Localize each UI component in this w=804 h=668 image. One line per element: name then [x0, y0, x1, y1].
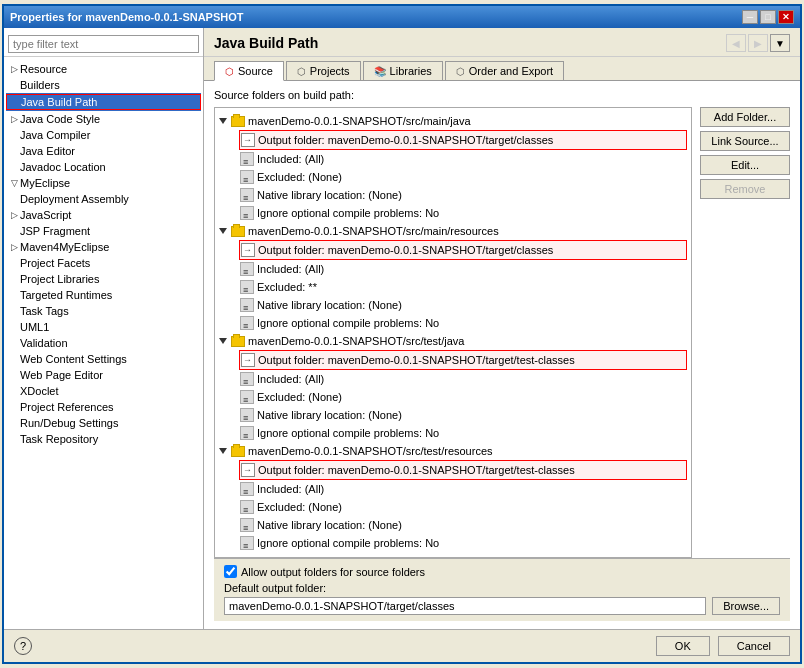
output-folder-4-label: Output folder: mavenDemo-0.0.1-SNAPSHOT/… [258, 461, 575, 479]
expand-resource[interactable]: ▷ [8, 63, 20, 75]
remove-button[interactable]: Remove [700, 179, 790, 199]
sidebar-item-builders[interactable]: Builders [6, 77, 201, 93]
sidebar-item-task-repository[interactable]: Task Repository [6, 431, 201, 447]
ok-button[interactable]: OK [656, 636, 710, 656]
source-folders-label: Source folders on build path: [214, 89, 790, 101]
sidebar-item-resource[interactable]: ▷ Resource [6, 61, 201, 77]
output-folder-3[interactable]: Output folder: mavenDemo-0.0.1-SNAPSHOT/… [239, 350, 687, 370]
prop-icon-inc3 [240, 372, 254, 386]
tree-node-src-main-resources[interactable]: mavenDemo-0.0.1-SNAPSHOT/src/main/resour… [219, 222, 687, 332]
tab-order-export[interactable]: ⬡ Order and Export [445, 61, 564, 80]
main-content: Java Build Path ◀ ▶ ▼ ⬡ Source ⬡ Project… [204, 28, 800, 629]
tab-source[interactable]: ⬡ Source [214, 61, 284, 81]
sidebar-item-run-debug[interactable]: Run/Debug Settings [6, 415, 201, 431]
tree-node-src-main-java[interactable]: mavenDemo-0.0.1-SNAPSHOT/src/main/java O… [219, 112, 687, 222]
sidebar-item-web-content-settings[interactable]: Web Content Settings [6, 351, 201, 367]
default-output-input[interactable] [224, 597, 706, 615]
allow-output-checkbox[interactable] [224, 565, 237, 578]
prop-icon-exc2 [240, 280, 254, 294]
sidebar-filter [4, 32, 203, 57]
sidebar-item-java-compiler[interactable]: Java Compiler [6, 127, 201, 143]
sidebar-item-validation[interactable]: Validation [6, 335, 201, 351]
minimize-button[interactable]: ─ [742, 10, 758, 24]
sidebar-item-javascript[interactable]: ▷ JavaScript [6, 207, 201, 223]
output-folder-1[interactable]: Output folder: mavenDemo-0.0.1-SNAPSHOT/… [239, 130, 687, 150]
nav-down-button[interactable]: ▼ [770, 34, 790, 52]
link-source-button[interactable]: Link Source... [700, 131, 790, 151]
sidebar-item-javadoc[interactable]: Javadoc Location [6, 159, 201, 175]
browse-button[interactable]: Browse... [712, 597, 780, 615]
sidebar-item-myeclipse[interactable]: ▽ MyEclipse [6, 175, 201, 191]
prop-icon-nat3 [240, 408, 254, 422]
sidebar-item-java-build-path[interactable]: Java Build Path [6, 93, 201, 111]
cancel-button[interactable]: Cancel [718, 636, 790, 656]
expand-myeclipse[interactable]: ▽ [8, 177, 20, 189]
sidebar-item-xdoclet[interactable]: XDoclet [6, 383, 201, 399]
sidebar-item-project-libraries[interactable]: Project Libraries [6, 271, 201, 287]
sidebar-item-uml1[interactable]: UML1 [6, 319, 201, 335]
expand-maven4myeclipse[interactable]: ▷ [8, 241, 20, 253]
main-header: Java Build Path ◀ ▶ ▼ [204, 28, 800, 57]
sidebar-item-java-editor[interactable]: Java Editor [6, 143, 201, 159]
filter-input[interactable] [8, 35, 199, 53]
src-main-resources-label: mavenDemo-0.0.1-SNAPSHOT/src/main/resour… [248, 222, 499, 240]
folder-icon-src-test-resources [231, 446, 245, 457]
nav-back-button[interactable]: ◀ [726, 34, 746, 52]
expand-src-test-java[interactable] [219, 338, 227, 344]
tree-node-src-test-java[interactable]: mavenDemo-0.0.1-SNAPSHOT/src/test/java O… [219, 332, 687, 442]
content-row: mavenDemo-0.0.1-SNAPSHOT/src/main/java O… [214, 107, 790, 558]
build-tree[interactable]: mavenDemo-0.0.1-SNAPSHOT/src/main/java O… [214, 107, 692, 558]
tab-projects-label: Projects [310, 65, 350, 77]
tab-libraries[interactable]: 📚 Libraries [363, 61, 443, 80]
add-folder-button[interactable]: Add Folder... [700, 107, 790, 127]
edit-button[interactable]: Edit... [700, 155, 790, 175]
sidebar-tree: ▷ Resource Builders Java Build Path [4, 61, 203, 447]
sidebar-item-jsp-fragment[interactable]: JSP Fragment [6, 223, 201, 239]
native-4: Native library location: (None) [239, 516, 687, 534]
sidebar-item-java-code-style[interactable]: ▷ Java Code Style [6, 111, 201, 127]
tree-node-src-test-resources[interactable]: mavenDemo-0.0.1-SNAPSHOT/src/test/resour… [219, 442, 687, 552]
window-body: ▷ Resource Builders Java Build Path [4, 28, 800, 629]
ignore-3: Ignore optional compile problems: No [239, 424, 687, 442]
prop-icon-inc4 [240, 482, 254, 496]
prop-icon-ign1 [240, 206, 254, 220]
window-title: Properties for mavenDemo-0.0.1-SNAPSHOT [10, 11, 244, 23]
maximize-button[interactable]: □ [760, 10, 776, 24]
ignore-1: Ignore optional compile problems: No [239, 204, 687, 222]
included-3: Included: (All) [239, 370, 687, 388]
src-main-java-label: mavenDemo-0.0.1-SNAPSHOT/src/main/java [248, 112, 471, 130]
output-icon-1 [241, 133, 255, 147]
sidebar: ▷ Resource Builders Java Build Path [4, 28, 204, 629]
expand-src-main-resources[interactable] [219, 228, 227, 234]
output-folder-3-label: Output folder: mavenDemo-0.0.1-SNAPSHOT/… [258, 351, 575, 369]
expand-src-test-resources[interactable] [219, 448, 227, 454]
sidebar-item-targeted-runtimes[interactable]: Targeted Runtimes [6, 287, 201, 303]
sidebar-item-project-facets[interactable]: Project Facets [6, 255, 201, 271]
sidebar-item-web-page-editor[interactable]: Web Page Editor [6, 367, 201, 383]
output-icon-4 [241, 463, 255, 477]
output-icon-3 [241, 353, 255, 367]
sidebar-item-deployment-assembly[interactable]: Deployment Assembly [6, 191, 201, 207]
title-bar: Properties for mavenDemo-0.0.1-SNAPSHOT … [4, 6, 800, 28]
expand-java-code-style[interactable]: ▷ [8, 113, 20, 125]
sidebar-item-maven4myeclipse[interactable]: ▷ Maven4MyEclipse [6, 239, 201, 255]
expand-javascript[interactable]: ▷ [8, 209, 20, 221]
nav-forward-button[interactable]: ▶ [748, 34, 768, 52]
prop-icon-exc1 [240, 170, 254, 184]
source-tab-content: Source folders on build path: mavenDemo-… [204, 81, 800, 629]
source-tab-icon: ⬡ [225, 66, 234, 77]
nav-arrows: ◀ ▶ ▼ [726, 34, 790, 52]
sidebar-item-task-tags[interactable]: Task Tags [6, 303, 201, 319]
output-folder-2[interactable]: Output folder: mavenDemo-0.0.1-SNAPSHOT/… [239, 240, 687, 260]
output-folder-2-label: Output folder: mavenDemo-0.0.1-SNAPSHOT/… [258, 241, 553, 259]
prop-icon-ign4 [240, 536, 254, 550]
included-2: Included: (All) [239, 260, 687, 278]
sidebar-item-project-references[interactable]: Project References [6, 399, 201, 415]
tab-projects[interactable]: ⬡ Projects [286, 61, 361, 80]
close-button[interactable]: ✕ [778, 10, 794, 24]
properties-window: Properties for mavenDemo-0.0.1-SNAPSHOT … [2, 4, 802, 664]
output-folder-4[interactable]: Output folder: mavenDemo-0.0.1-SNAPSHOT/… [239, 460, 687, 480]
excluded-2: Excluded: ** [239, 278, 687, 296]
expand-src-main-java[interactable] [219, 118, 227, 124]
help-button[interactable]: ? [14, 637, 32, 655]
